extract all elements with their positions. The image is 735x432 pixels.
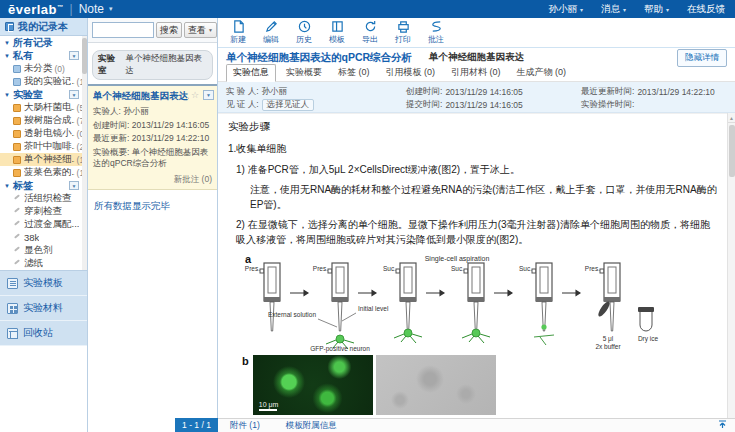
view-dropdown-button[interactable]: 查看▼: [184, 22, 217, 38]
sidebar-item-uncategorized[interactable]: 未分类(0): [0, 62, 87, 75]
attachments-link[interactable]: 附件 (1): [230, 420, 260, 432]
select-witness-button[interactable]: 选择见证人: [262, 99, 315, 111]
section-private[interactable]: ▼ 私有 ▼: [0, 49, 87, 62]
tab-tags[interactable]: 标签 (0): [332, 65, 376, 81]
detail-tabs: 实验信息 实验概要 标签 (0) 引用模板 (0) 引用材料 (0) 生成产物 …: [218, 67, 735, 82]
pagination[interactable]: 1 - 1 / 1: [175, 418, 218, 432]
notebook-orange-icon: [13, 169, 21, 177]
sidebar-item-spinach-pigment[interactable]: 菠菜色素的...(1): [0, 166, 87, 179]
breadcrumb: 实验室 单个神经细胞基因表达: [92, 50, 213, 80]
all-data-loaded-text: 所有数据显示完毕: [88, 190, 217, 223]
sidebar-item-my-experiments[interactable]: 我的实验记...(1): [0, 75, 87, 88]
materials-icon: [7, 303, 18, 314]
step1-title: 1.收集单细胞: [228, 142, 719, 157]
figure-panel-b: b 10 μm: [242, 355, 719, 418]
dic-image-1: [376, 355, 496, 415]
notebook-orange-icon: [13, 130, 21, 138]
refresh-export-icon: [364, 20, 377, 33]
my-notebooks-header[interactable]: 我的记录本: [0, 18, 87, 36]
tab-generated-products[interactable]: 生成产物 (0): [511, 65, 573, 81]
card-annotations-count[interactable]: 新批注 (0): [93, 174, 212, 186]
tag-item-transition-metal[interactable]: 过渡金属配...: [0, 218, 87, 231]
expand-arrow-icon: ▼: [4, 92, 10, 98]
logo-divider: |: [70, 2, 73, 16]
annotate-button[interactable]: 批注: [428, 20, 444, 45]
template-attached-info-link[interactable]: 模板附属信息: [286, 420, 337, 432]
nav-experiment-materials[interactable]: 实验材料: [0, 296, 87, 321]
product-name: Note: [79, 2, 104, 16]
notebook-blue-icon: [13, 78, 21, 86]
nav-experiment-templates[interactable]: 实验模板: [0, 271, 87, 296]
figure-panel-a: a Single-cell aspiration Pres. Pres. Suc…: [242, 253, 719, 355]
edit-button[interactable]: 编辑: [263, 20, 279, 45]
star-icon[interactable]: ☆: [191, 90, 199, 100]
user-menu[interactable]: 孙小丽▾: [548, 3, 583, 16]
new-button[interactable]: 新建: [230, 20, 246, 45]
experiment-card-selected[interactable]: 单个神经细胞基因表达... ☆ ▼ 实验人: 孙小丽 创建时间: 2013/11…: [88, 84, 217, 190]
card-owner: 实验人: 孙小丽: [93, 106, 212, 117]
sidebar-item-resin[interactable]: 羧树脂合成...(7): [0, 114, 87, 127]
section-dropdown-icon[interactable]: ▼: [69, 90, 79, 99]
template-button[interactable]: 模板: [329, 20, 345, 45]
messages-menu[interactable]: 消息▾: [601, 3, 626, 16]
hide-details-button[interactable]: 隐藏详情: [677, 49, 727, 67]
section-tags[interactable]: ▼ 标签 ▼: [0, 179, 87, 192]
info-operation-time: 实验操作时间:: [581, 99, 727, 111]
tab-experiment-summary[interactable]: 实验概要: [280, 65, 328, 81]
product-switcher-chevron-icon[interactable]: ▾: [109, 5, 113, 13]
tab-experiment-info[interactable]: 实验信息: [226, 64, 276, 82]
history-button[interactable]: 历史: [296, 20, 312, 45]
card-updated: 最近更新: 2013/11/29 14:22:10: [93, 133, 212, 144]
info-updated: 最近更新时间: 2013/11/29 14:22:10: [581, 86, 727, 98]
tag-item-38k[interactable]: 38k: [0, 231, 87, 244]
content-scrollbar[interactable]: ▲: [727, 113, 735, 418]
search-input[interactable]: [92, 22, 154, 38]
scrollbar-thumb[interactable]: [729, 125, 735, 177]
print-button[interactable]: 打印: [395, 20, 411, 45]
main-panel: 新建 编辑 历史 模板 导出 打印 批注 单个神经细胞基因表达的qPCR综合分析…: [218, 18, 735, 432]
tag-item-filter-paper[interactable]: 滤纸: [0, 257, 87, 270]
everlab-logo: ēverlab™: [8, 2, 64, 17]
svg-text:a: a: [245, 253, 252, 265]
online-feedback-link[interactable]: 在线反馈: [687, 3, 725, 16]
section-dropdown-icon[interactable]: ▼: [69, 51, 79, 60]
main-toolbar: 新建 编辑 历史 模板 导出 打印 批注: [218, 18, 735, 48]
scroll-up-icon[interactable]: ▲: [728, 113, 735, 123]
tab-referenced-templates[interactable]: 引用模板 (0): [380, 65, 442, 81]
section-lab[interactable]: ▼ 实验室 ▼: [0, 88, 87, 101]
sidebar-item-tem[interactable]: 透射电镜小...(0): [0, 127, 87, 140]
top-bar: ēverlab™ | Note ▾ 孙小丽▾ 消息▾ 帮助▾ 在线反馈: [0, 0, 735, 18]
card-title[interactable]: 单个神经细胞基因表达...: [93, 90, 189, 103]
tab-referenced-materials[interactable]: 引用材料 (0): [445, 65, 507, 81]
sidebar-scrollbar[interactable]: [82, 36, 87, 270]
svg-text:Pres.: Pres.: [245, 265, 260, 272]
sidebar-item-tea-caffeine[interactable]: 茶叶中咖啡...(2): [0, 140, 87, 153]
card-dropdown-icon[interactable]: ▼: [203, 90, 214, 100]
tag-item-biopsy[interactable]: 活组织检查: [0, 192, 87, 205]
svg-text:Suc.: Suc.: [451, 265, 464, 272]
chevron-down-icon: ▾: [623, 6, 626, 13]
tag-item-chromogen[interactable]: 显色剂: [0, 244, 87, 257]
svg-text:External solution: External solution: [268, 311, 316, 318]
annotate-icon: [430, 20, 443, 33]
collapse-to-top-icon[interactable]: [718, 420, 727, 431]
nav-recycle-bin[interactable]: 回收站: [0, 321, 87, 346]
help-menu[interactable]: 帮助▾: [644, 3, 669, 16]
export-button[interactable]: 导出: [362, 20, 378, 45]
tag-item-puncture[interactable]: 穿刺检查: [0, 205, 87, 218]
sidebar-item-ecoli[interactable]: 大肠杆菌电...(5): [0, 101, 87, 114]
info-created: 创建时间: 2013/11/29 14:16:05: [406, 86, 581, 98]
notebook-blue-icon: [13, 65, 21, 73]
section-all-records[interactable]: ▼ 所有记录: [0, 36, 87, 49]
pencil-icon: [265, 20, 278, 33]
chevron-down-icon: ▾: [580, 6, 583, 13]
expand-arrow-icon: ▼: [4, 53, 10, 59]
steps-heading: 实验步骤: [228, 120, 719, 134]
clock-icon: [298, 20, 311, 33]
section-dropdown-icon[interactable]: ▼: [69, 181, 79, 190]
panel-b-letter: b: [242, 355, 249, 418]
search-button[interactable]: 搜索: [156, 22, 182, 38]
trash-icon: [7, 328, 18, 339]
sidebar-item-single-neuron[interactable]: 单个神经细...(1): [0, 153, 87, 166]
card-created: 创建时间: 2013/11/29 14:16:05: [93, 120, 212, 131]
